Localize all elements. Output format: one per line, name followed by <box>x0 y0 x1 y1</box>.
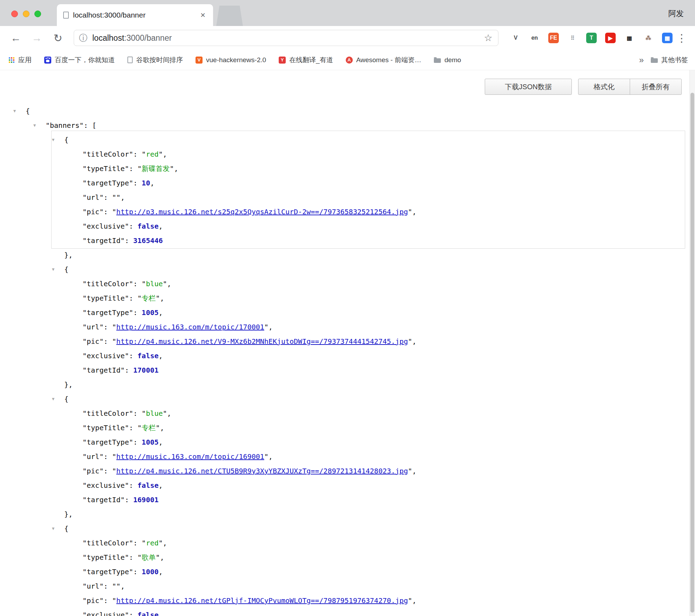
minimize-window-button[interactable] <box>23 11 29 17</box>
collapse-toggle-icon[interactable]: ▼ <box>52 133 54 147</box>
json-token: "typeTitle" <box>82 294 129 302</box>
string-value: blue <box>146 280 163 288</box>
bookmark-item[interactable]: Y在线翻译_有道 <box>279 55 333 65</box>
fe-icon[interactable]: FE <box>548 33 559 43</box>
other-bookmarks[interactable]: 其他书签 <box>651 55 688 65</box>
navigation-bar: ← → ↻ ⓘ localhost:3000/banner ☆ VenFE⠿T▶… <box>0 26 695 50</box>
string-value: red <box>146 539 159 547</box>
json-token: , <box>159 308 163 317</box>
translate-icon[interactable]: en <box>529 33 540 43</box>
page-info-icon[interactable]: ⓘ <box>79 32 87 44</box>
json-token: "targetType" <box>82 438 133 446</box>
bookmark-label: 其他书签 <box>661 55 688 65</box>
field-url: "url": "http://music.163.com/m/topic/169… <box>0 450 695 464</box>
bookmark-item[interactable]: Vvue-hackernews-2.0 <box>196 56 266 64</box>
url-path: :3000/banner <box>124 33 172 42</box>
qr-code-icon[interactable]: ▦ <box>624 33 635 43</box>
back-button[interactable]: ← <box>8 30 24 46</box>
format-button[interactable]: 格式化 <box>578 79 630 95</box>
collapse-toggle-icon[interactable]: ▼ <box>13 104 16 118</box>
json-token: " <box>138 553 142 562</box>
bookmark-item[interactable]: 谷歌按时间排序 <box>127 55 183 65</box>
scrollbar-thumb[interactable] <box>690 93 694 612</box>
close-window-button[interactable] <box>11 11 18 17</box>
url-link[interactable]: http://music.163.com/m/topic/169001 <box>116 452 264 461</box>
collapse-toggle-icon[interactable]: ▼ <box>52 262 54 277</box>
bookmark-item[interactable]: 应用 <box>8 55 32 65</box>
number-value: 1005 <box>142 438 159 446</box>
json-token: { <box>64 524 68 533</box>
download-json-button[interactable]: 下载JSON数据 <box>485 79 572 95</box>
bookmark-star-icon[interactable]: ☆ <box>484 32 492 44</box>
zoom-window-button[interactable] <box>34 11 41 17</box>
json-token: : <box>133 409 142 418</box>
v-logo-icon[interactable]: V <box>510 33 521 43</box>
forward-button[interactable]: → <box>29 30 45 46</box>
grid-shield-icon[interactable]: ▦ <box>662 33 673 43</box>
pic-link[interactable]: http://p4.music.126.net/V9-MXz6b2MNhEKju… <box>116 337 408 346</box>
object-close: }, <box>0 378 695 392</box>
json-token: , <box>159 352 163 360</box>
org-chart-icon[interactable]: ⠿ <box>567 33 578 43</box>
url-bar[interactable]: ⓘ localhost:3000/banner ☆ <box>74 30 498 46</box>
field-url: "url": "", <box>0 579 695 594</box>
bookmarks-overflow-icon[interactable]: » <box>639 55 644 65</box>
boolean-value: false <box>138 352 159 360</box>
reload-button[interactable]: ↻ <box>50 30 66 46</box>
string-value: 新碟首发 <box>142 164 170 173</box>
json-token: : <box>133 438 142 446</box>
json-token: { <box>64 395 68 403</box>
baidu-paw-icon <box>44 57 51 64</box>
json-token: : <box>129 481 137 490</box>
scrollbar[interactable] <box>689 70 695 616</box>
json-token: , <box>120 193 125 202</box>
collapse-toggle-icon[interactable]: ▼ <box>33 118 36 133</box>
object-open: ▼{ <box>0 392 695 406</box>
browser-tab[interactable]: localhost:3000/banner × <box>57 4 213 26</box>
json-token: "typeTitle" <box>82 553 129 562</box>
pic-link[interactable]: http://p3.music.126.net/s25q2x5QyqsAzilC… <box>116 208 408 216</box>
pic-link[interactable]: http://p4.music.126.net/tGPljf-IMOCyPvum… <box>116 596 408 605</box>
bookmark-item[interactable]: demo <box>434 56 461 64</box>
collapse-toggle-icon[interactable]: ▼ <box>52 392 54 406</box>
json-token: , <box>174 164 178 173</box>
json-token: : <box>133 539 142 547</box>
json-token: "typeTitle" <box>82 424 129 432</box>
field-typeTitle: "typeTitle": "专栏", <box>0 291 695 306</box>
json-token: : <box>129 222 137 230</box>
json-token: , <box>167 409 171 418</box>
json-token: "url" <box>82 193 104 202</box>
bookmark-label: Awesomes - 前端资… <box>356 55 421 65</box>
string-value: red <box>146 150 159 158</box>
json-token: " <box>264 452 269 461</box>
pic-link[interactable]: http://p4.music.126.net/CTU5B9R9y3XyYBZX… <box>116 467 408 475</box>
json-token: "pic" <box>82 337 104 346</box>
field-targetType: "targetType": 1000, <box>0 565 695 579</box>
paw-icon[interactable]: ⁂ <box>643 33 654 43</box>
json-token: " <box>142 539 146 547</box>
youtube-icon[interactable]: ▶ <box>605 33 616 43</box>
url-link[interactable]: http://music.163.com/m/topic/170001 <box>116 323 264 331</box>
tab-close-icon[interactable]: × <box>199 10 207 20</box>
json-token: " <box>112 467 116 475</box>
json-token: : <box>104 323 112 331</box>
json-token: " <box>142 409 146 418</box>
collapse-all-button[interactable]: 折叠所有 <box>630 79 682 95</box>
json-token: : <box>104 596 112 605</box>
browser-window: localhost:3000/banner × 阿发 ← → ↻ ⓘ local… <box>0 0 695 616</box>
bookmark-item[interactable]: 百度一下，你就知道 <box>44 55 115 65</box>
browser-menu-button[interactable]: ⋮ <box>675 32 689 44</box>
field-exclusive: "exclusive": false, <box>0 219 695 234</box>
url-host: localhost <box>92 33 124 42</box>
bookmark-item[interactable]: AAwesomes - 前端资… <box>346 55 421 65</box>
json-token: : <box>133 179 142 187</box>
collapse-toggle-icon[interactable]: ▼ <box>52 522 54 536</box>
shield-icon[interactable]: T <box>586 33 597 43</box>
bookmark-label: 百度一下，你就知道 <box>55 55 115 65</box>
new-tab-button[interactable] <box>216 6 243 26</box>
json-token: " <box>170 164 174 173</box>
string-value: 专栏 <box>142 424 156 432</box>
tab-favicon-page-icon <box>63 12 69 19</box>
json-token: }, <box>64 380 73 389</box>
json-token: " <box>408 467 412 475</box>
